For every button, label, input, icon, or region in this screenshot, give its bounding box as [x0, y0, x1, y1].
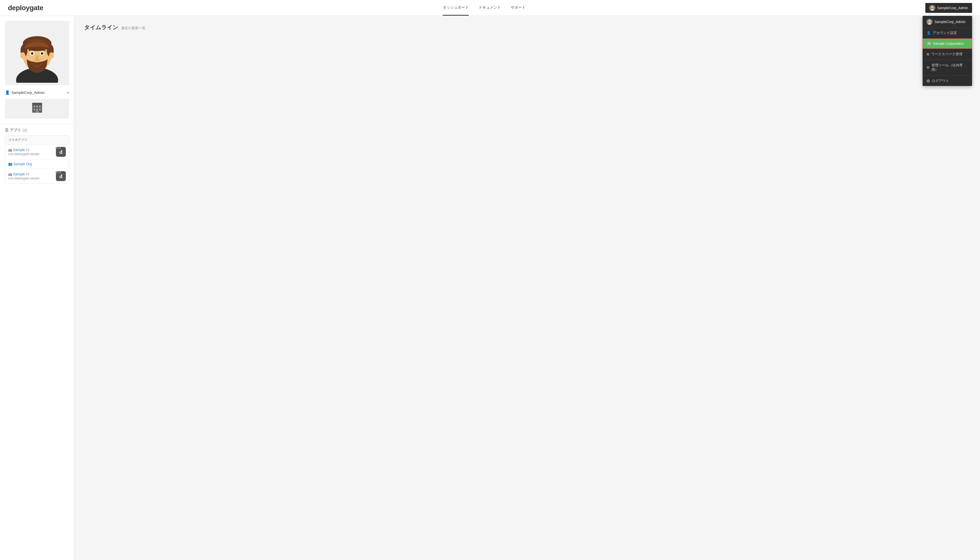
- header: deploygate ダッシュボード ドキュメント サポート SampleCor…: [0, 0, 980, 16]
- gear-icon-1: ⚙⚙: [55, 146, 61, 150]
- app-icon-3: ⚙⚙ d: [56, 171, 66, 181]
- building-icon: [31, 102, 43, 116]
- svg-point-1: [931, 6, 933, 8]
- sidebar: 👤 SampleCorp_Admin ▾: [0, 16, 74, 560]
- svg-point-16: [32, 53, 33, 54]
- username-row: 👤 SampleCorp_Admin ▾: [5, 88, 69, 97]
- nav-dashboard[interactable]: ダッシュボード: [443, 0, 469, 16]
- app-info-2: 👥 Sample Org: [8, 162, 66, 166]
- building-small-icon: 🏢: [927, 42, 931, 45]
- collab-label: コラボアプリ: [5, 136, 69, 144]
- list-item[interactable]: 👥 Sample Org: [5, 160, 69, 169]
- app-icon-1: ⚙⚙ d: [56, 147, 66, 157]
- account-settings-label: アカウント設定: [933, 31, 957, 35]
- svg-rect-22: [34, 106, 35, 107]
- logo-text: deploy: [8, 4, 30, 12]
- timeline-title: タイムライン: [84, 24, 118, 31]
- avatar-container: [5, 21, 69, 85]
- svg-rect-28: [36, 110, 38, 113]
- user-menu-label: SampleCorp_Admin: [937, 6, 968, 10]
- admin-tools-label: 管理ツール（社内専用）: [932, 63, 968, 72]
- dropdown-arrow-icon[interactable]: ▾: [67, 91, 69, 95]
- apps-label: アプリ: [10, 128, 21, 133]
- apps-count: (3): [23, 128, 27, 132]
- person-icon: 👤: [927, 31, 931, 35]
- svg-rect-24: [39, 106, 41, 107]
- app-name-text-1: Sample #1: [13, 148, 30, 152]
- sidebar-username: SampleCorp_Admin: [12, 90, 67, 95]
- person-icon-sidebar: 👤: [5, 90, 10, 95]
- profile-section: 👤 SampleCorp_Admin ▾: [0, 16, 74, 124]
- svg-point-19: [42, 53, 43, 54]
- svg-rect-21: [32, 103, 42, 105]
- app-name-1[interactable]: 🤖 Sample #1: [8, 148, 56, 152]
- timeline-subtitle: 最近の更新一覧: [121, 26, 146, 30]
- app-pkg-3: com.deploygate.sample: [8, 177, 56, 180]
- main-nav: ダッシュボード ドキュメント サポート: [443, 0, 526, 16]
- app-info-3: 🤖 Sample #1 com.deploygate.sample: [8, 172, 56, 180]
- dropdown-divider: [923, 60, 972, 60]
- logo-text-bold: gate: [30, 4, 43, 12]
- gear-icon-3: ⚙⚙: [55, 170, 61, 174]
- dropdown-account-settings[interactable]: 👤 アカウント設定: [923, 28, 972, 38]
- dropdown-avatar: [927, 19, 932, 25]
- nav-support[interactable]: サポート: [511, 0, 526, 16]
- list-item[interactable]: 🤖 Sample #1 com.deploygate.sample ⚙⚙ d: [5, 144, 69, 160]
- app-name-3[interactable]: 🤖 Sample #1: [8, 172, 56, 176]
- app-name-2[interactable]: 👥 Sample Org: [8, 162, 66, 166]
- apps-list-box: コラボアプリ 🤖 Sample #1 com.deploygate.sample…: [5, 135, 69, 184]
- logo[interactable]: deploygate: [8, 4, 43, 12]
- admin-icon: ⚙: [927, 66, 930, 69]
- dropdown-header: SampleCorp_Admin: [923, 16, 972, 28]
- dropdown-username: SampleCorp_Admin: [935, 20, 965, 24]
- svg-rect-25: [34, 109, 35, 110]
- svg-point-5: [928, 23, 931, 25]
- logout-label: ログアウト: [932, 79, 949, 83]
- org-icon-box: [5, 99, 69, 118]
- svg-point-13: [49, 52, 54, 59]
- app-pkg-1: com.deploygate.sample: [8, 152, 56, 156]
- dropdown-logout[interactable]: ⏻ ログアウト: [923, 76, 972, 86]
- svg-point-2: [931, 9, 934, 11]
- main-layout: 👤 SampleCorp_Admin ▾: [0, 16, 980, 560]
- apps-header: ☰ アプリ (3): [5, 128, 69, 133]
- svg-point-12: [20, 52, 25, 59]
- workspace-management-label: ワークスペース管理: [931, 52, 962, 57]
- android-icon-3: 🤖: [8, 172, 12, 176]
- list-icon: ☰: [5, 128, 8, 133]
- list-item[interactable]: 🤖 Sample #1 com.deploygate.sample ⚙⚙ d: [5, 169, 69, 183]
- main-content: タイムライン 最近の更新一覧: [74, 16, 980, 560]
- org-icon-2: 👥: [8, 162, 12, 166]
- svg-point-4: [929, 20, 930, 22]
- logout-icon: ⏻: [927, 79, 930, 83]
- android-icon-1: 🤖: [8, 148, 12, 152]
- app-name-text-3: Sample #1: [13, 172, 30, 176]
- svg-rect-27: [39, 109, 41, 110]
- org-name-text: Sample Org: [13, 162, 32, 166]
- user-menu-button[interactable]: SampleCorp_Admin: [925, 3, 972, 13]
- user-avatar-small: [929, 5, 935, 11]
- svg-rect-23: [37, 106, 38, 107]
- dropdown-workspace-management[interactable]: ⊞ ワークスペース管理: [923, 49, 972, 59]
- sample-corporation-label: Sample Corporation: [933, 42, 964, 45]
- nav-docs[interactable]: ドキュメント: [478, 0, 501, 16]
- workspace-icon: ⊞: [927, 52, 929, 56]
- app-info-1: 🤖 Sample #1 com.deploygate.sample: [8, 148, 56, 156]
- timeline-header: タイムライン 最近の更新一覧: [84, 24, 970, 31]
- dropdown-sample-corporation[interactable]: 🏢 Sample Corporation: [923, 38, 972, 49]
- dropdown-admin-tools[interactable]: ⚙ 管理ツール（社内専用）: [923, 60, 972, 75]
- apps-section: ☰ アプリ (3) コラボアプリ 🤖 Sample #1 com.deployg…: [0, 124, 74, 188]
- user-dropdown-menu: SampleCorp_Admin 👤 アカウント設定 🏢 Sample Corp…: [923, 16, 972, 86]
- svg-rect-26: [37, 109, 38, 110]
- nav-right: SampleCorp_Admin SampleCorp_Admin 👤 アカウン…: [925, 3, 972, 13]
